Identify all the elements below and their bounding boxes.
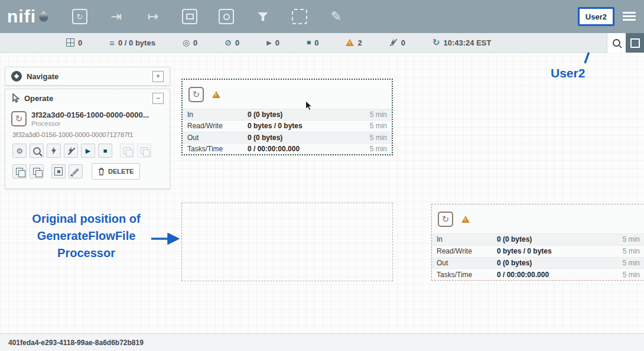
stopped-icon: ■ — [307, 38, 311, 47]
stat-disabled: 0 — [389, 38, 405, 47]
trash-icon — [98, 168, 105, 176]
navigate-panel: Navigate + — [5, 67, 170, 86]
search-button[interactable] — [607, 33, 626, 53]
threads-icon — [66, 38, 74, 47]
navigate-expand-button[interactable]: + — [152, 71, 164, 82]
create-template-button[interactable] — [120, 144, 134, 158]
mouse-cursor — [305, 100, 313, 112]
not-transmitting-icon: ⊘ — [225, 38, 232, 47]
operate-panel: Operate − ↻ 3f32a3d0-0156-1000-0000-0000… — [5, 89, 170, 189]
stat-row-readwrite: Read/Write0 bytes / 0 bytes5 min — [183, 120, 392, 131]
stat-row-tasks: Tasks/Time0 / 00:00:00.0005 min — [432, 268, 644, 280]
input-port-icon[interactable]: ⇥ — [108, 8, 125, 25]
stat-row-tasks: Tasks/Time0 / 00:00:00.0005 min — [183, 143, 392, 154]
stat-running: ▶ 0 — [266, 38, 279, 47]
stat-last-refresh: ↻ 10:43:24 EST — [432, 37, 492, 48]
fill-color-button[interactable] — [69, 164, 83, 178]
stat-queued: ≡ 0 / 0 bytes — [109, 38, 155, 48]
stat-transmitting: ◎ 0 — [183, 38, 197, 47]
disabled-icon — [389, 38, 398, 47]
nifi-droplet-icon — [37, 11, 50, 23]
operate-collapse-button[interactable]: − — [152, 93, 164, 104]
output-port-icon[interactable]: ↦ — [144, 8, 162, 25]
processor-badge-icon: ↻ — [188, 87, 204, 102]
annotation-original-position: Original position of GenerateFlowFile Pr… — [17, 210, 156, 262]
template-icon[interactable] — [291, 8, 308, 25]
stat-row-readwrite: Read/Write0 bytes / 0 bytes5 min — [432, 245, 644, 257]
start-button[interactable]: ▶ — [81, 144, 95, 158]
stat-not-transmitting: ⊘ 0 — [225, 38, 239, 47]
stat-row-in: In0 (0 bytes)5 min — [183, 109, 392, 120]
operate-title: Operate — [24, 94, 148, 103]
flow-id: 401feda4-e293-4118-99ae-8a6d6b72b819 — [8, 339, 144, 347]
selected-component-type: Processor — [31, 120, 149, 127]
annotation-arrow-right — [150, 232, 182, 245]
queued-icon: ≡ — [109, 38, 115, 48]
nifi-logo: nifi — [7, 6, 47, 27]
processor-icon[interactable]: ↻ — [71, 8, 89, 25]
stat-invalid: 2 — [346, 38, 362, 47]
stat-active-threads: 0 — [66, 38, 82, 47]
disable-button[interactable] — [64, 144, 78, 158]
processor-badge-icon: ↻ — [11, 111, 27, 126]
processor-second[interactable]: ↻ In0 (0 bytes)5 min Read/Write0 bytes /… — [431, 204, 644, 281]
footer-bar: 401feda4-e293-4118-99ae-8a6d6b72b819 — [0, 333, 644, 351]
paste-button[interactable] — [30, 164, 44, 178]
group-button[interactable] — [51, 164, 66, 178]
stat-row-out: Out0 (0 bytes)5 min — [432, 257, 644, 269]
search-icon — [613, 39, 620, 47]
processor-badge-icon: ↻ — [438, 212, 453, 227]
copy-button[interactable] — [12, 164, 27, 178]
selected-component: ↻ 3f32a3d0-0156-1000-0000-0000... Proces… — [5, 107, 170, 127]
operate-buttons-row-2: DELETE — [5, 158, 170, 180]
running-icon: ▶ — [266, 39, 271, 47]
view-configuration-button[interactable] — [30, 144, 44, 158]
operate-buttons-row-1: ⚙ ▶ ■ — [5, 138, 170, 158]
annotation-user2: User2 — [551, 66, 585, 80]
global-menu-icon[interactable] — [623, 12, 636, 21]
stat-row-out: Out0 (0 bytes)5 min — [183, 132, 392, 143]
selected-component-id: 3f32a3d0-0156-1000-0000-0000712787f1 — [5, 127, 170, 138]
panel-icon — [630, 38, 640, 48]
stop-button[interactable]: ■ — [98, 144, 112, 158]
selected-component-name: 3f32a3d0-0156-1000-0000-0000... — [31, 110, 149, 119]
generateflowfile-processor-selected[interactable]: ↻ In0 (0 bytes)5 min Read/Write0 bytes /… — [181, 79, 393, 155]
component-toolbar: ↻ ⇥ ↦ ✎ — [71, 8, 345, 25]
enable-button[interactable] — [47, 144, 61, 158]
label-icon[interactable]: ✎ — [327, 8, 345, 25]
stat-row-in: In0 (0 bytes)5 min — [432, 233, 644, 245]
stat-stopped: ■ 0 — [307, 38, 318, 47]
birdseye-toggle-button[interactable] — [626, 33, 644, 53]
nifi-logo-text: nifi — [7, 6, 36, 27]
transmitting-icon: ◎ — [183, 38, 190, 47]
operate-pointer-icon — [11, 93, 19, 103]
funnel-icon[interactable] — [254, 8, 272, 25]
header-bar: nifi ↻ ⇥ ↦ ✎ User2 — [0, 0, 644, 33]
process-group-icon[interactable] — [181, 8, 199, 25]
status-bar: 0 ≡ 0 / 0 bytes ◎ 0 ⊘ 0 ▶ 0 ■ 0 2 0 — [0, 33, 644, 53]
upload-template-button[interactable] — [137, 144, 151, 158]
refresh-icon[interactable]: ↻ — [432, 37, 440, 48]
delete-button[interactable]: DELETE — [92, 163, 140, 180]
configure-button[interactable]: ⚙ — [12, 144, 27, 158]
current-user-button[interactable]: User2 — [578, 7, 614, 26]
navigate-compass-icon — [11, 71, 22, 82]
invalid-warning-icon — [461, 216, 470, 223]
original-position-outline — [181, 203, 393, 281]
navigate-title: Navigate — [27, 72, 148, 81]
invalid-warning-icon — [212, 91, 220, 98]
remote-process-group-icon[interactable] — [217, 8, 235, 25]
nifi-app: nifi ↻ ⇥ ↦ ✎ User2 0 ≡ 0 / 0 bytes ◎ 0 — [0, 0, 644, 351]
warning-icon — [346, 39, 354, 46]
